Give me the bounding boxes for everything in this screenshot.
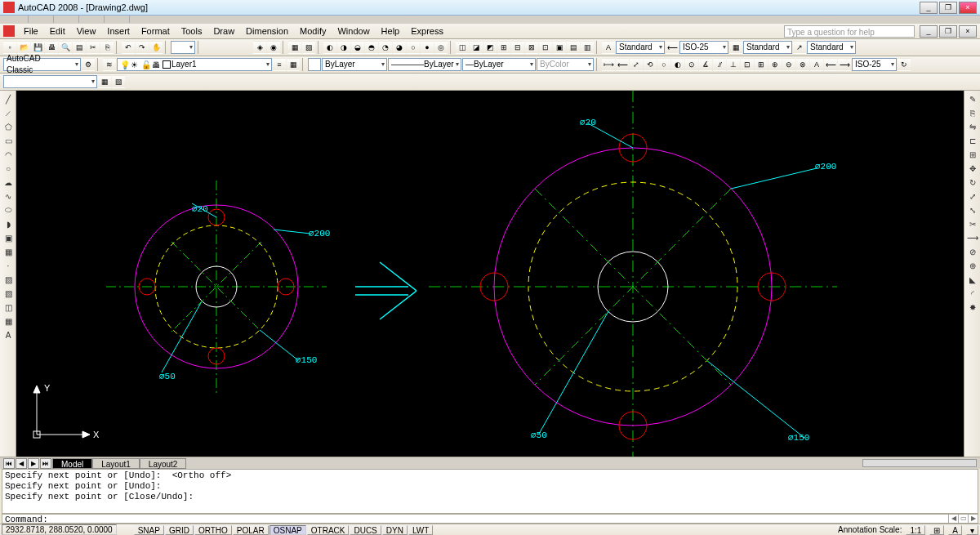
layer-props-button[interactable]: ≋ xyxy=(103,58,116,71)
polygon-tool[interactable]: ⬠ xyxy=(2,120,15,133)
tab-first-button[interactable]: ⏮ xyxy=(3,458,15,469)
tab-last-button[interactable]: ⏭ xyxy=(40,458,51,469)
cmd-scroll-thumb[interactable]: ▭ xyxy=(958,515,968,523)
menu-modify[interactable]: Modify xyxy=(294,26,332,36)
trim-tool[interactable]: ✂ xyxy=(966,217,979,230)
offset-tool[interactable]: ⊏ xyxy=(966,134,979,147)
nav-button[interactable]: ◈ xyxy=(253,41,266,54)
hscrollbar[interactable] xyxy=(862,459,977,467)
dim-tool-button[interactable]: ⫽ xyxy=(713,58,726,71)
tool-button[interactable]: ◒ xyxy=(351,41,364,54)
mleader-style-combo[interactable]: Standard xyxy=(807,41,856,54)
dim-style-icon[interactable]: ⟵ xyxy=(666,41,679,54)
close-button[interactable]: × xyxy=(959,2,977,14)
plot-button[interactable]: 🖶 xyxy=(45,41,58,54)
nav-button[interactable]: ◉ xyxy=(267,41,280,54)
menu-dimension[interactable]: Dimension xyxy=(240,26,294,36)
erase-tool[interactable]: ✎ xyxy=(966,92,979,105)
break-tool[interactable]: ⊘ xyxy=(966,245,979,258)
help-search[interactable]: Type a question for help xyxy=(784,25,915,38)
tool-button[interactable]: ⊟ xyxy=(511,41,524,54)
tool-button[interactable]: ◪ xyxy=(470,41,483,54)
layer-tool-button[interactable]: ≡ xyxy=(273,58,286,71)
copy-tool[interactable]: ⎘ xyxy=(966,106,979,119)
open-button[interactable]: 📂 xyxy=(17,41,30,54)
menu-format[interactable]: Format xyxy=(136,26,176,36)
linetype-combo[interactable]: ———— ByLayer xyxy=(388,58,461,71)
dim-tool-button[interactable]: ⊡ xyxy=(741,58,754,71)
tab-layout1[interactable]: Layout1 xyxy=(92,458,140,469)
status-polar[interactable]: POLAR xyxy=(233,525,269,535)
tab-prev-button[interactable]: ◀ xyxy=(16,458,27,469)
tab-model[interactable]: Model xyxy=(52,458,92,469)
circle-tool[interactable]: ○ xyxy=(2,162,15,175)
workspace-settings-button[interactable]: ⚙ xyxy=(82,58,95,71)
status-lwt[interactable]: LWT xyxy=(408,525,433,535)
dim-tool-button[interactable]: ⊕ xyxy=(768,58,782,71)
tab-next-button[interactable]: ▶ xyxy=(28,458,39,469)
dim-tool-button[interactable]: ⟵ xyxy=(616,58,629,71)
color-combo[interactable]: ByLayer xyxy=(322,58,387,71)
doc-restore-button[interactable]: ❐ xyxy=(939,25,957,38)
tool-button[interactable]: ○ xyxy=(407,41,420,54)
tab-layout2[interactable]: Layout2 xyxy=(140,458,187,469)
menu-edit[interactable]: Edit xyxy=(44,26,71,36)
dimstyle-combo[interactable]: ISO-25 xyxy=(852,58,897,71)
stretch-tool[interactable]: ⤡ xyxy=(966,203,979,216)
menu-insert[interactable]: Insert xyxy=(101,26,136,36)
dim-tool-button[interactable]: ⊗ xyxy=(796,58,809,71)
status-ducs[interactable]: DUCS xyxy=(350,525,381,535)
pline-tool[interactable]: ⟋ xyxy=(2,106,15,119)
dim-tool-button[interactable]: ⊞ xyxy=(755,58,768,71)
dim-tool-button[interactable]: ⊖ xyxy=(782,58,795,71)
command-input[interactable]: Command: xyxy=(2,515,948,523)
undo-button[interactable]: ↶ xyxy=(122,41,135,54)
status-otrack[interactable]: OTRACK xyxy=(307,525,350,535)
fillet-tool[interactable]: ◜ xyxy=(966,287,979,300)
tool-button[interactable]: ⊠ xyxy=(525,41,538,54)
dim-tool-button[interactable]: ⟶ xyxy=(838,58,851,71)
coordinates-display[interactable]: 2932.8718, 288.0520, 0.0000 xyxy=(2,524,117,535)
line-tool[interactable]: ╱ xyxy=(2,92,15,105)
mirror-tool[interactable]: ⇋ xyxy=(966,120,979,133)
props-button[interactable]: ▧ xyxy=(112,75,125,88)
color-swatch[interactable] xyxy=(308,58,321,71)
workspace-combo[interactable]: AutoCAD Classic xyxy=(3,58,81,71)
chamfer-tool[interactable]: ◣ xyxy=(966,273,979,286)
menu-help[interactable]: Help xyxy=(376,26,406,36)
dim-tool-button[interactable]: ⊙ xyxy=(685,58,698,71)
menu-tools[interactable]: Tools xyxy=(176,26,208,36)
doc-close-button[interactable]: × xyxy=(959,25,977,38)
spline-tool[interactable]: ∿ xyxy=(2,189,15,203)
tool-button[interactable]: ⊞ xyxy=(497,41,510,54)
dim-update-button[interactable]: ↻ xyxy=(898,58,911,71)
status-dyn[interactable]: DYN xyxy=(382,525,408,535)
status-tray-button[interactable]: ▾ xyxy=(966,525,978,535)
cmd-scroll-right[interactable]: ▶ xyxy=(968,515,978,523)
dim-tool-button[interactable]: ⟲ xyxy=(644,58,657,71)
rectangle-tool[interactable]: ▭ xyxy=(2,134,15,147)
point-tool[interactable]: · xyxy=(2,259,15,272)
layer-combo[interactable]: 💡 ☀ 🔓 🖶 Layer1 xyxy=(117,58,272,71)
menu-view[interactable]: View xyxy=(71,26,102,36)
dim-tool-button[interactable]: ⟼ xyxy=(602,58,615,71)
join-tool[interactable]: ⊕ xyxy=(966,259,979,272)
text-tool[interactable]: A xyxy=(2,328,15,341)
table-tool[interactable]: ▦ xyxy=(2,314,15,328)
anno-scale-value[interactable]: 1:1 xyxy=(906,525,925,535)
gradient-tool[interactable]: ▧ xyxy=(2,287,15,300)
dim-tool-button[interactable]: ⟵ xyxy=(824,58,837,71)
explode-tool[interactable]: ✸ xyxy=(966,301,979,314)
doc-minimize-button[interactable]: _ xyxy=(920,25,938,38)
tool-button[interactable]: ● xyxy=(421,41,434,54)
publish-button[interactable]: ▤ xyxy=(73,41,86,54)
cut-button[interactable]: ✂ xyxy=(87,41,100,54)
ellipse-arc-tool[interactable]: ◗ xyxy=(2,217,15,230)
move-tool[interactable]: ✥ xyxy=(966,162,979,175)
hatch-tool[interactable]: ▨ xyxy=(2,273,15,286)
save-button[interactable]: 💾 xyxy=(31,41,44,54)
tool-button[interactable]: ◩ xyxy=(483,41,497,54)
tool-button[interactable]: ▥ xyxy=(581,41,594,54)
tool-button[interactable]: ⊡ xyxy=(539,41,552,54)
tool-button[interactable]: ▤ xyxy=(567,41,580,54)
